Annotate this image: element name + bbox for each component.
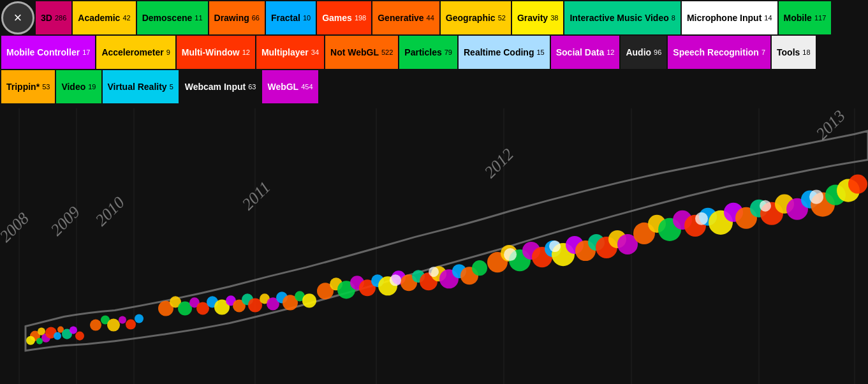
- svg-text:2010: 2010: [92, 193, 128, 230]
- tag-label: Accelerometer: [101, 47, 163, 57]
- tag-drawing[interactable]: Drawing66: [209, 1, 265, 34]
- tag-social-data[interactable]: Social Data12: [551, 36, 620, 69]
- tag-mobile[interactable]: Mobile117: [779, 1, 832, 34]
- svg-point-99: [549, 240, 561, 252]
- close-button[interactable]: ×: [1, 1, 34, 34]
- tag-realtime-coding[interactable]: Realtime Coding15: [459, 36, 550, 69]
- tag-count: 11: [195, 14, 202, 22]
- tag-video[interactable]: Video19: [56, 70, 101, 103]
- tag-label: Video: [61, 82, 85, 92]
- tag-academic[interactable]: Academic42: [73, 1, 135, 34]
- tag-games[interactable]: Games198: [317, 1, 371, 34]
- tag-label: Audio: [626, 47, 651, 57]
- tag-label: Microphone Input: [687, 13, 761, 23]
- tag-demoscene[interactable]: Demoscene11: [137, 1, 208, 34]
- tag-label: Demoscene: [142, 13, 193, 23]
- tag-not-webgl[interactable]: Not WebGL522: [325, 36, 398, 69]
- svg-point-101: [760, 200, 771, 212]
- tag-count: 198: [355, 14, 366, 22]
- tag-count: 42: [122, 14, 130, 22]
- svg-text:2011: 2011: [239, 178, 274, 214]
- tag-label: Multiplayer: [261, 47, 309, 57]
- svg-point-29: [119, 316, 126, 324]
- tag-count: 8: [672, 14, 675, 22]
- tag-tools[interactable]: Tools18: [772, 36, 816, 69]
- tag-particles[interactable]: Particles79: [399, 36, 457, 69]
- svg-point-24: [70, 327, 77, 334]
- tag-count: 44: [427, 14, 434, 22]
- tag-microphone-input[interactable]: Microphone Input14: [682, 1, 777, 34]
- tag-count: 10: [303, 14, 311, 22]
- svg-point-26: [90, 320, 101, 331]
- tag-interactive-music-video[interactable]: Interactive Music Video8: [564, 1, 680, 34]
- tag-count: 19: [88, 83, 96, 91]
- tag-label: Multi-Window: [182, 47, 240, 57]
- svg-point-21: [26, 336, 35, 345]
- tag-count: 14: [764, 14, 772, 22]
- tag-count: 79: [445, 48, 452, 56]
- tag-count: 9: [166, 48, 170, 56]
- svg-point-100: [695, 212, 708, 225]
- svg-point-95: [848, 174, 867, 193]
- tag-label: Realtime Coding: [464, 47, 534, 57]
- tag-count: 17: [82, 48, 90, 56]
- tag-geographic[interactable]: Geographic52: [441, 1, 511, 34]
- svg-point-31: [135, 314, 143, 323]
- tag-audio[interactable]: Audio96: [621, 36, 666, 69]
- tag-label: Mobile Controller: [6, 47, 80, 57]
- tag-count: 15: [536, 48, 544, 56]
- svg-text:2012: 2012: [481, 145, 517, 181]
- tag-accelerometer[interactable]: Accelerometer9: [96, 36, 175, 69]
- svg-point-25: [75, 332, 84, 341]
- tag-label: Trippin*: [6, 82, 40, 92]
- svg-point-96: [390, 274, 401, 286]
- tag-multiplayer[interactable]: Multiplayer34: [256, 36, 324, 69]
- tag-count: 18: [802, 48, 810, 56]
- tag-gravity[interactable]: Gravity38: [512, 1, 564, 34]
- tag-fractal[interactable]: Fractal10: [266, 1, 316, 34]
- tag-webcam-input[interactable]: Webcam Input63: [180, 70, 261, 103]
- tag-count: 38: [550, 14, 558, 22]
- tag-mobile-controller[interactable]: Mobile Controller17: [1, 36, 95, 69]
- svg-point-98: [504, 248, 517, 261]
- svg-point-28: [107, 319, 120, 332]
- tag-label: Social Data: [556, 47, 604, 57]
- tag-label: 3D: [41, 13, 52, 23]
- tag-3d[interactable]: 3D286: [36, 1, 71, 34]
- tag-count: 117: [814, 14, 826, 22]
- bubble-chart: 2008 2009 2010 2011 2012 2013: [0, 108, 868, 384]
- tag-label: Games: [322, 13, 352, 23]
- svg-text:2009: 2009: [47, 203, 84, 239]
- tag-label: Geographic: [446, 13, 496, 23]
- tag-label: Virtual Reality: [108, 82, 167, 92]
- tag-label: Academic: [78, 13, 120, 23]
- svg-text:2008: 2008: [0, 209, 33, 246]
- tag-count: 52: [498, 14, 506, 22]
- svg-point-20: [54, 332, 61, 340]
- tag-label: Tools: [777, 47, 800, 57]
- tag-label: Interactive Music Video: [570, 13, 668, 23]
- svg-point-102: [809, 190, 823, 204]
- svg-point-64: [472, 260, 487, 276]
- tag-count: 522: [381, 48, 393, 56]
- tag-multi-window[interactable]: Multi-Window12: [177, 36, 255, 69]
- tag-label: Speech Recognition: [673, 47, 759, 57]
- tag-count: 12: [242, 48, 250, 56]
- tag-virtual-reality[interactable]: Virtual Reality5: [103, 70, 179, 103]
- tag-count: 34: [311, 48, 319, 56]
- tag-count: 5: [170, 83, 173, 91]
- tag-speech-recognition[interactable]: Speech Recognition7: [668, 36, 770, 69]
- tag-label: WebGL: [267, 82, 298, 92]
- tag-count: 96: [654, 48, 661, 56]
- tag-trippin[interactable]: Trippin*53: [1, 70, 55, 103]
- tag-label: Particles: [404, 47, 441, 57]
- tag-label: Mobile: [784, 13, 812, 23]
- tag-generative[interactable]: Generative44: [372, 1, 439, 34]
- tag-label: Generative: [378, 13, 423, 23]
- visualization-area: 2008 2009 2010 2011 2012 2013: [0, 108, 868, 384]
- tag-count: 286: [55, 14, 66, 22]
- tag-webgl[interactable]: WebGL454: [262, 70, 318, 103]
- tag-count: 53: [42, 83, 50, 91]
- tag-label: Fractal: [271, 13, 300, 23]
- tag-label: Gravity: [517, 13, 548, 23]
